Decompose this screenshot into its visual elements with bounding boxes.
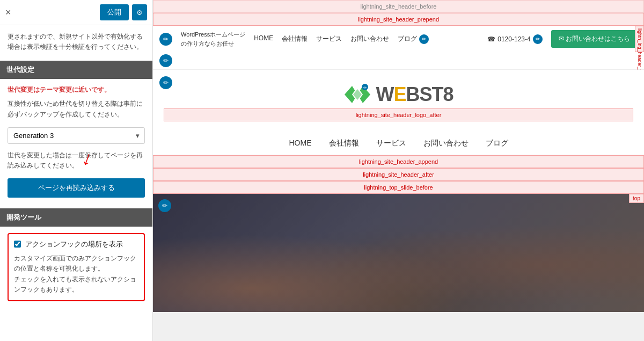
main-nav-blog[interactable]: ブログ (486, 139, 508, 148)
hero-edit-wrap: ✏ (158, 199, 171, 212)
sidebar-top-bar: × 公開 ⚙ (0, 0, 152, 25)
action-hook-desc2: チェックを入れても表示されないアクションフックもあります。 (14, 274, 138, 295)
sidebar: × 公開 ⚙ 更されますので、新規サイト以外で有効化する場合は表示検証を十分検証… (0, 0, 153, 341)
header-nav-links: HOME 会社情報 サービス お問い合わせ ブログ ✏ (254, 34, 479, 44)
logo-diamond-icon: ✏ (343, 81, 371, 108)
header-bottom-row: ✏ (153, 52, 644, 69)
main-nav-contact[interactable]: お問い合わせ (423, 139, 469, 148)
hook-header-after: lightning_site_header_after (153, 168, 644, 181)
action-hook-label-text: アクションフックの場所を表示 (25, 240, 123, 249)
hero-section: ✏ top (153, 194, 644, 312)
gear-button[interactable]: ⚙ (132, 4, 147, 20)
nav-service[interactable]: サービス (316, 34, 342, 44)
site-name-line2: の作り方ならお任せ (181, 39, 245, 48)
sidebar-content: 更されますので、新規サイト以外で有効化する場合は表示検証を十分検証を行ってくださ… (0, 25, 152, 341)
nav-company[interactable]: 会社情報 (282, 34, 308, 44)
logo-edit-icon[interactable]: ✏ (159, 76, 172, 89)
phone-number: ☎ (487, 35, 495, 43)
action-hook-checkbox-section: アクションフックの場所を表示 カスタマイズ画面でのみアクションフックの位置と名称… (8, 233, 145, 301)
action-hook-desc1: カスタマイズ画面でのみアクションフックの位置と名称を可視化します。 (14, 253, 138, 274)
nav-blog[interactable]: ブログ ✏ (398, 34, 429, 44)
webst8-logo: ✏ WEBST8 (164, 81, 633, 108)
site-header: lightning_site_header_prepend ✏ WordPres… (153, 13, 644, 70)
save-note: 世代を変更した場合は一度保存してページを再読み込みしてください。 (8, 150, 145, 171)
main-preview: lightning_site_header_before lightning_s… (153, 0, 644, 341)
header-nav-row: ✏ WordPressホームページ の作り方ならお任せ HOME 会社情報 サー… (153, 26, 644, 52)
nav-contact[interactable]: お問い合わせ (350, 34, 389, 44)
generation-select[interactable]: Generation 3 (8, 127, 145, 144)
nav-blog-edit[interactable]: ✏ (419, 34, 429, 44)
edit-pencil-icon[interactable]: ✏ (159, 33, 172, 46)
action-hook-label[interactable]: アクションフックの場所を表示 (14, 240, 138, 249)
hook-header-append: lightning_site_header_append (153, 155, 644, 168)
hook-header-prepend: lightning_site_header_prepend (153, 13, 644, 26)
hero-edit-icon[interactable]: ✏ (158, 199, 171, 212)
generation-section-title: 世代設定 (0, 61, 152, 79)
close-button[interactable]: × (5, 8, 11, 17)
action-hook-checkbox[interactable] (14, 241, 21, 248)
main-nav-service[interactable]: サービス (376, 139, 406, 148)
contact-cta-button[interactable]: ✉ お問い合わせはこちら (551, 30, 638, 48)
hook-header-before: lightning_site_header_before (153, 0, 644, 13)
generation-select-wrap: Generation 3 ▾ (8, 127, 145, 144)
phone-edit-icon[interactable]: ✏ (533, 34, 543, 44)
site-name: WordPressホームページ の作り方ならお任せ (181, 30, 245, 48)
hook-slide-before: lightning_top_slide_before (153, 181, 644, 194)
logo-text-webst8: WEBST8 (376, 83, 453, 105)
svg-text:✏: ✏ (363, 85, 367, 90)
publish-button[interactable]: 公開 (100, 4, 129, 20)
logo-edit-wrap: ✏ (159, 76, 172, 89)
warning-desc: 互換性が低いため世代を切り替える際は事前に必ずバックアップを作成してください。 (8, 99, 145, 119)
header-bottom-edit-icon[interactable]: ✏ (159, 54, 172, 67)
main-nav-company[interactable]: 会社情報 (329, 139, 359, 148)
side-append-label: lightn_ing_header_top_container_append (635, 26, 644, 52)
main-nav-home[interactable]: HOME (289, 139, 312, 148)
reload-button[interactable]: ページを再読み込みする (8, 178, 145, 198)
logo-text: WEBST8 (376, 83, 453, 106)
phone-number-text: 0120-123-4 (497, 35, 530, 43)
nav-home[interactable]: HOME (254, 34, 273, 44)
main-nav: HOME 会社情報 サービス お問い合わせ ブログ (153, 132, 644, 155)
hero-overlay (153, 194, 644, 312)
hook-logo-after: lightning_site_header_logo_after (164, 108, 633, 121)
logo-section: ✏ ✏ WEBST8 (153, 70, 644, 132)
phone-area: ☎ 0120-123-4 ✏ (487, 34, 542, 44)
site-name-line1: WordPressホームページ (181, 30, 245, 39)
warning-text: 世代変更はテーマ変更に近いです。 (8, 85, 145, 95)
top-label: top (629, 194, 644, 203)
intro-text: 更されますので、新規サイト以外で有効化する場合は表示検証を十分検証を行ってくださ… (8, 32, 145, 52)
dev-tools-section-title: 開発ツール (0, 208, 152, 227)
